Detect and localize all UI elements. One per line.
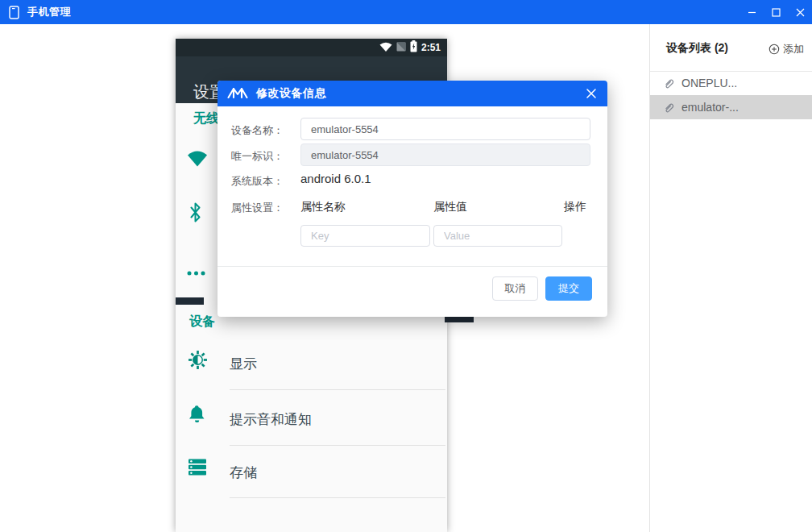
system-version-value: android 6.0.1 xyxy=(300,172,371,185)
paperclip-icon xyxy=(663,77,675,89)
divider xyxy=(230,445,445,446)
add-device-button[interactable]: 添加 xyxy=(768,42,804,56)
main-area: 2:51 设置 无线和网络 xyxy=(0,24,812,532)
device-name-label: 设备名称： xyxy=(218,123,284,138)
device-list-panel: 设备列表 (2) 添加 ONEPLU... e xyxy=(649,24,812,532)
maximize-button[interactable] xyxy=(764,0,788,24)
submit-button[interactable]: 提交 xyxy=(545,276,592,301)
device-list-item-oneplus[interactable]: ONEPLU... xyxy=(650,71,812,95)
status-bar-time: 2:51 xyxy=(421,42,441,53)
phone-app-icon xyxy=(9,6,19,19)
property-value-input[interactable] xyxy=(433,225,562,247)
dialog-title: 修改设备信息 xyxy=(256,86,326,101)
background-window-fragment-right xyxy=(445,316,474,322)
bell-icon[interactable] xyxy=(188,405,205,427)
paperclip-icon xyxy=(663,102,675,114)
menu-item-storage[interactable]: 存储 xyxy=(230,463,257,482)
system-version-label: 系统版本： xyxy=(218,174,284,189)
menu-item-display[interactable]: 显示 xyxy=(230,355,257,373)
device-name-input[interactable] xyxy=(300,118,590,140)
column-header-value: 属性值 xyxy=(433,200,467,214)
cancel-button[interactable]: 取消 xyxy=(492,276,538,301)
device-name: emulator-... xyxy=(682,101,739,114)
unique-id-input xyxy=(300,143,590,166)
column-header-action: 操作 xyxy=(564,200,586,214)
titlebar: 手机管理 xyxy=(0,0,812,24)
property-key-input[interactable] xyxy=(300,225,430,247)
storage-icon[interactable] xyxy=(188,459,207,479)
dialog-close-icon[interactable] xyxy=(582,85,600,102)
dialog-header: 修改设备信息 xyxy=(218,81,607,106)
window-controls xyxy=(740,0,812,24)
menu-item-sound[interactable]: 提示音和通知 xyxy=(230,410,312,429)
add-circle-icon xyxy=(768,44,780,55)
no-signal-icon xyxy=(396,40,406,55)
wifi-status-icon xyxy=(379,40,392,55)
column-header-key: 属性名称 xyxy=(300,200,346,214)
device-section-label: 设备 xyxy=(189,314,215,330)
brightness-icon[interactable] xyxy=(188,350,208,373)
divider xyxy=(230,497,445,498)
phone-status-bar: 2:51 xyxy=(176,39,447,56)
edit-device-dialog: 修改设备信息 设备名称： 唯一标识： 系统版本： android 6.0.1 属… xyxy=(218,81,607,317)
winged-m-logo-icon xyxy=(227,85,248,102)
add-device-label: 添加 xyxy=(783,42,804,56)
property-settings-label: 属性设置： xyxy=(218,201,284,215)
unique-id-label: 唯一标识： xyxy=(218,149,284,164)
minimize-button[interactable] xyxy=(740,0,764,24)
bluetooth-icon[interactable] xyxy=(189,202,201,227)
device-list-title: 设备列表 (2) xyxy=(666,41,728,56)
wifi-icon[interactable] xyxy=(187,150,208,170)
close-button[interactable] xyxy=(788,0,812,24)
battery-charging-icon xyxy=(410,40,417,56)
background-window-fragment-left xyxy=(176,297,204,305)
more-dots-icon[interactable] xyxy=(187,264,205,279)
dialog-footer-divider xyxy=(218,266,607,267)
divider xyxy=(230,389,445,390)
device-list-item-emulator[interactable]: emulator-... xyxy=(650,95,812,119)
app-title: 手机管理 xyxy=(27,5,71,19)
device-name: ONEPLU... xyxy=(682,77,737,89)
